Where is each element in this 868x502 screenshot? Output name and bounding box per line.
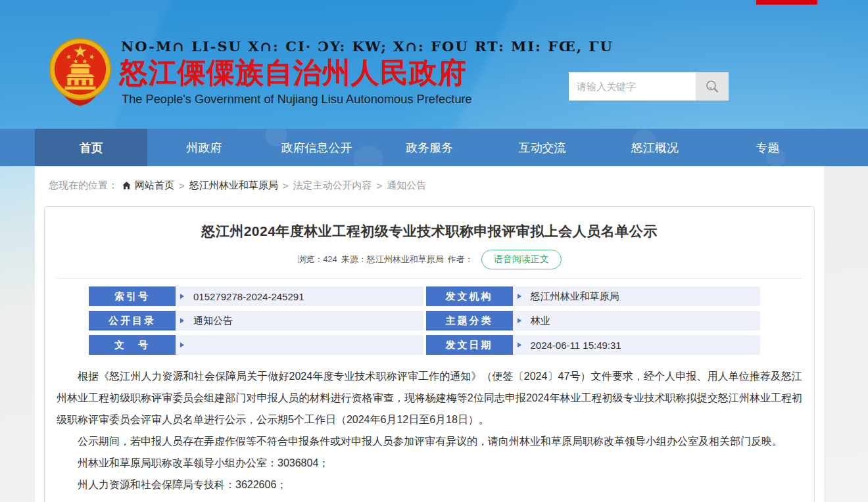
site-search (569, 72, 729, 101)
index-number-value: 015279278-2024-245291 (176, 286, 423, 306)
article-paragraph: 州林业和草原局职称改革领导小组办公室：3036804； (57, 452, 802, 474)
breadcrumb-separator: > (372, 180, 387, 191)
nav-item-special-topics[interactable]: 专题 (711, 129, 824, 166)
breadcrumb-item-notices[interactable]: 通知公告 (387, 179, 426, 192)
issuing-agency-text: 怒江州林业和草原局 (531, 290, 619, 303)
topic-category-text: 林业 (531, 315, 550, 327)
article-title: 怒江州2024年度林业工程初级专业技术职称申报评审拟上会人员名单公示 (57, 207, 802, 240)
breadcrumb: 您现在的位置： 网站首页 > 怒江州林业和草原局 > 法定主动公开内容 > 通知… (35, 166, 824, 204)
content-area: 您现在的位置： 网站首页 > 怒江州林业和草原局 > 法定主动公开内容 > 通知… (35, 166, 824, 502)
main-navigation: 首页 州政府 政府信息公开 政务服务 互动交流 怒江概况 专题 (0, 129, 868, 166)
views-count: 浏览：424 (297, 254, 337, 265)
public-directory-value: 通知公告 (176, 311, 423, 331)
index-number-text: 015279278-2024-245291 (193, 291, 304, 302)
document-number-label: 文 号 (89, 335, 176, 355)
article-paragraph: 根据《怒江州人力资源和社会保障局关于做好2024年度专业技术职称评审工作的通知》… (57, 365, 802, 430)
issuing-agency-value: 怒江州林业和草原局 (513, 286, 761, 306)
breadcrumb-item-forestry-bureau[interactable]: 怒江州林业和草原局 (189, 179, 278, 192)
site-banner: NO-M∩ LI-SU X∩: CI· ƆY: KW; X∩: FOU RT: … (0, 0, 868, 129)
table-row: 公开目录 通知公告 (89, 311, 423, 331)
tag-arrow-icon (518, 342, 521, 348)
article-panel: 怒江州2024年度林业工程初级专业技术职称申报评审拟上会人员名单公示 浏览：42… (44, 206, 815, 502)
nav-item-interaction[interactable]: 互动交流 (486, 129, 598, 166)
search-input[interactable] (569, 72, 696, 101)
issuing-agency-label: 发文机构 (426, 286, 513, 306)
site-title-chinese: 怒江傈僳族自治州人民政府 (120, 54, 467, 92)
table-row: 索引号 015279278-2024-245291 (89, 286, 423, 306)
topic-category-value: 林业 (513, 311, 761, 331)
issue-date-text: 2024-06-11 15:49:31 (531, 340, 621, 351)
tag-arrow-icon (180, 342, 184, 348)
site-title-lisu: NO-M∩ LI-SU X∩: CI· ƆY: KW; X∩: FOU RT: … (121, 38, 614, 55)
index-number-label: 索引号 (89, 286, 176, 306)
article-paragraph: 公示期间，若申报人员存在弄虚作假等不符合申报条件或对申报人员参加评审有异议的，请… (57, 430, 802, 452)
tag-arrow-icon (180, 318, 184, 323)
public-directory-label: 公开目录 (89, 311, 176, 331)
search-icon (704, 79, 720, 95)
breadcrumb-item-statutory-disclosure[interactable]: 法定主动公开内容 (293, 179, 372, 192)
table-row: 文 号 (89, 335, 423, 355)
nav-item-nujiang-overview[interactable]: 怒江概况 (598, 129, 711, 166)
issue-date-value: 2024-06-11 15:49:31 (513, 335, 761, 355)
breadcrumb-prefix: 您现在的位置： (49, 179, 118, 192)
table-row: 发文机构 怒江州林业和草原局 (426, 286, 761, 306)
document-number-value (176, 335, 423, 355)
article-source: 来源：怒江州林业和草原局 (341, 254, 444, 265)
national-emblem-logo (48, 35, 112, 112)
article-meta: 浏览：424 来源：怒江州林业和草原局 作者： 语音阅读正文 (57, 250, 802, 269)
article-author: 作者： (448, 254, 473, 265)
info-column-right: 发文机构 怒江州林业和草原局 主题分类 林业 发文日期 2024-06-11 1… (426, 286, 761, 355)
document-info-table: 索引号 015279278-2024-245291 公开目录 通知公告 文 号 … (89, 286, 760, 355)
nav-inner: 首页 州政府 政府信息公开 政务服务 互动交流 怒江概况 专题 (35, 129, 824, 166)
breadcrumb-separator: > (174, 180, 189, 191)
topic-category-label: 主题分类 (426, 311, 513, 331)
search-button[interactable] (696, 72, 729, 101)
issue-date-label: 发文日期 (426, 335, 513, 355)
table-row: 发文日期 2024-06-11 15:49:31 (426, 335, 761, 355)
tag-arrow-icon (518, 294, 521, 299)
article-paragraph: 州人力资源和社会保障局专技科：3622606； (57, 474, 802, 495)
nav-item-gov-info-disclosure[interactable]: 政府信息公开 (260, 129, 373, 166)
tag-arrow-icon (518, 318, 521, 323)
breadcrumb-item-home[interactable]: 网站首页 (135, 179, 174, 192)
article-body: 根据《怒江州人力资源和社会保障局关于做好2024年度专业技术职称评审工作的通知》… (57, 365, 802, 495)
tag-arrow-icon (180, 294, 184, 299)
top-right-red-bar (756, 0, 817, 5)
home-icon (122, 181, 132, 191)
table-row: 主题分类 林业 (426, 311, 761, 331)
title-divider (57, 278, 802, 279)
public-directory-text: 通知公告 (193, 315, 233, 327)
breadcrumb-separator: > (278, 180, 293, 191)
info-column-left: 索引号 015279278-2024-245291 公开目录 通知公告 文 号 (89, 286, 423, 355)
nav-item-prefecture-gov[interactable]: 州政府 (147, 129, 260, 166)
site-title-english: The People's Government of Nujiang Lisu … (122, 92, 472, 106)
text-to-speech-button[interactable]: 语音阅读正文 (481, 250, 562, 269)
nav-item-home[interactable]: 首页 (35, 129, 147, 166)
nav-item-gov-services[interactable]: 政务服务 (373, 129, 485, 166)
